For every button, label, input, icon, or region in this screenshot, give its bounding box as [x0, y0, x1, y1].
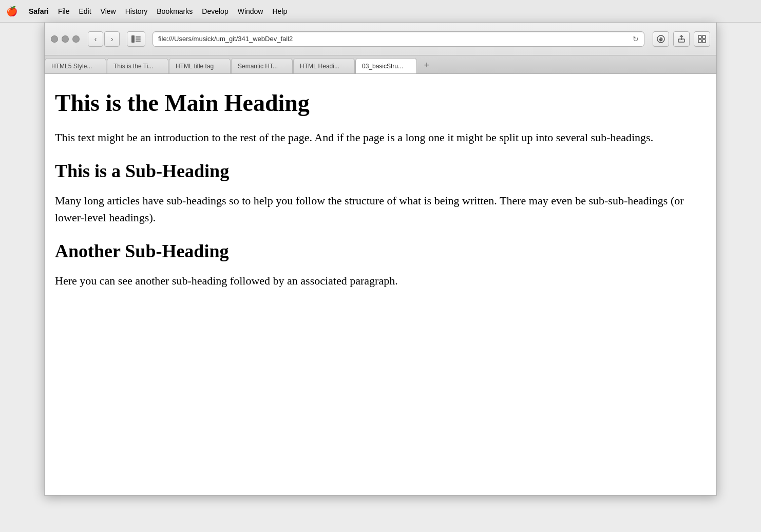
address-text: file:///Users/musick/um_git/341_webDev_f… [158, 35, 630, 43]
menu-safari[interactable]: Safari [29, 7, 49, 15]
forward-button[interactable]: › [104, 31, 120, 47]
menu-help[interactable]: Help [272, 7, 287, 15]
svg-rect-10 [702, 35, 706, 39]
main-heading: This is the Main Heading [55, 90, 706, 117]
browser-toolbar: ‹ › file:///Users/musick/um_git/341_webD… [45, 23, 716, 55]
download-icon [657, 35, 665, 43]
toolbar-right-buttons [653, 31, 710, 47]
svg-rect-1 [136, 36, 141, 37]
tabs-bar: HTML5 Style... This is the Ti... HTML ti… [45, 55, 716, 74]
share-button[interactable] [673, 31, 690, 47]
tabs-overview-button[interactable] [694, 31, 710, 47]
tab-3[interactable]: Semantic HT... [231, 58, 293, 73]
minimize-button[interactable] [62, 35, 69, 43]
svg-rect-12 [702, 40, 706, 43]
apple-menu[interactable]: 🍎 [6, 6, 17, 17]
menu-history[interactable]: History [125, 7, 148, 15]
new-tab-button[interactable]: + [420, 58, 434, 72]
tabs-icon [698, 35, 706, 43]
nav-buttons: ‹ › [88, 31, 120, 47]
sidebar-toggle-button[interactable] [127, 31, 145, 47]
download-button[interactable] [653, 31, 669, 47]
menu-bookmarks[interactable]: Bookmarks [157, 7, 193, 15]
traffic-lights [51, 35, 80, 43]
tab-1[interactable]: This is the Ti... [107, 58, 168, 73]
tab-4[interactable]: HTML Headi... [293, 58, 355, 73]
reload-button[interactable]: ↻ [633, 35, 639, 43]
address-bar[interactable]: file:///Users/musick/um_git/341_webDev_f… [153, 31, 644, 47]
tab-2[interactable]: HTML title tag [169, 58, 231, 73]
menu-edit[interactable]: Edit [79, 7, 91, 15]
browser-window: ‹ › file:///Users/musick/um_git/341_webD… [44, 23, 717, 496]
maximize-button[interactable] [72, 35, 80, 43]
sidebar-icon [131, 35, 141, 43]
share-icon [677, 35, 686, 43]
page-content: This is the Main Heading This text might… [45, 74, 716, 495]
sub-paragraph-1: Many long articles have sub-headings so … [55, 192, 706, 226]
intro-paragraph: This text might be an introduction to th… [55, 129, 706, 146]
svg-rect-0 [131, 35, 135, 43]
menu-bar: 🍎 Safari File Edit View History Bookmark… [0, 0, 761, 23]
sub-heading-2: Another Sub-Heading [55, 240, 706, 262]
tab-5[interactable]: 03_basicStru... [355, 58, 417, 73]
back-button[interactable]: ‹ [88, 31, 103, 47]
svg-rect-3 [136, 41, 141, 42]
sub-heading-1: This is a Sub-Heading [55, 160, 706, 182]
svg-rect-11 [698, 40, 701, 43]
menu-view[interactable]: View [101, 7, 116, 15]
tab-0[interactable]: HTML5 Style... [45, 58, 106, 73]
svg-rect-2 [136, 39, 141, 40]
menu-file[interactable]: File [58, 7, 70, 15]
close-button[interactable] [51, 35, 58, 43]
menu-develop[interactable]: Develop [202, 7, 228, 15]
menu-window[interactable]: Window [238, 7, 263, 15]
sub-paragraph-2: Here you can see another sub-heading fol… [55, 272, 706, 289]
svg-rect-9 [698, 35, 701, 39]
